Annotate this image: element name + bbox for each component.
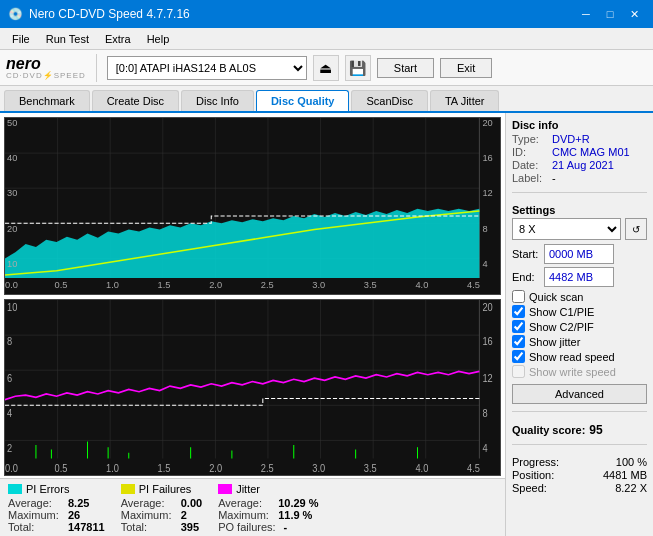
menu-file[interactable]: File (4, 31, 38, 47)
svg-text:16: 16 (482, 335, 492, 347)
divider3 (512, 444, 647, 445)
svg-text:2.5: 2.5 (261, 462, 274, 474)
quick-scan-label[interactable]: Quick scan (529, 291, 583, 303)
pi-errors-group: PI Errors Average: 8.25 Maximum: 26 Tota… (8, 483, 105, 533)
drive-selector[interactable]: [0:0] ATAPI iHAS124 B AL0S (107, 56, 307, 80)
show-c2pif-label[interactable]: Show C2/PIF (529, 321, 594, 333)
svg-text:20: 20 (482, 118, 492, 128)
tab-disc-quality[interactable]: Disc Quality (256, 90, 350, 111)
disc-label-value: - (552, 172, 556, 184)
jitter-avg-value: 10.29 % (278, 497, 318, 509)
show-read-speed-label[interactable]: Show read speed (529, 351, 615, 363)
tab-disc-info[interactable]: Disc Info (181, 90, 254, 111)
app-icon: 💿 (8, 7, 23, 21)
position-value: 4481 MB (603, 469, 647, 481)
svg-text:1.5: 1.5 (158, 280, 171, 290)
pi-failures-max-label: Maximum: (121, 509, 173, 521)
quality-score-row: Quality score: 95 (512, 423, 647, 437)
settings-section: Settings 8 X ↺ Start: End: Quick scan (512, 204, 647, 404)
chart2-svg: 10 8 6 4 2 20 16 12 8 4 0.0 0.5 1.0 (5, 300, 500, 476)
quick-scan-row: Quick scan (512, 290, 647, 303)
svg-text:12: 12 (482, 188, 492, 198)
progress-value: 100 % (616, 456, 647, 468)
jitter-avg-label: Average: (218, 497, 270, 509)
show-jitter-label[interactable]: Show jitter (529, 336, 580, 348)
show-write-speed-label: Show write speed (529, 366, 616, 378)
show-read-speed-checkbox[interactable] (512, 350, 525, 363)
show-write-speed-row: Show write speed (512, 365, 647, 378)
jitter-max-value: 11.9 % (278, 509, 312, 521)
svg-text:3.5: 3.5 (364, 462, 377, 474)
menu-runtest[interactable]: Run Test (38, 31, 97, 47)
type-value: DVD+R (552, 133, 590, 145)
tab-create-disc[interactable]: Create Disc (92, 90, 179, 111)
jitter-po-value: - (284, 521, 288, 533)
menu-bar: File Run Test Extra Help (0, 28, 653, 50)
pi-failures-total-label: Total: (121, 521, 173, 533)
svg-text:2.0: 2.0 (209, 280, 222, 290)
advanced-button[interactable]: Advanced (512, 384, 647, 404)
menu-extra[interactable]: Extra (97, 31, 139, 47)
divider2 (512, 411, 647, 412)
save-button[interactable]: 💾 (345, 55, 371, 81)
pi-errors-max-label: Maximum: (8, 509, 60, 521)
show-jitter-checkbox[interactable] (512, 335, 525, 348)
pi-failures-max-value: 2 (181, 509, 187, 521)
start-field-label: Start: (512, 248, 540, 260)
eject-button[interactable]: ⏏ (313, 55, 339, 81)
tabs-bar: Benchmark Create Disc Disc Info Disc Qua… (0, 86, 653, 113)
svg-text:2.5: 2.5 (261, 280, 274, 290)
jitter-title: Jitter (236, 483, 260, 495)
type-label: Type: (512, 133, 548, 145)
pi-errors-avg-label: Average: (8, 497, 60, 509)
svg-text:3.0: 3.0 (312, 462, 325, 474)
speed-selector[interactable]: 8 X (512, 218, 621, 240)
show-c2pif-checkbox[interactable] (512, 320, 525, 333)
svg-text:4: 4 (482, 259, 487, 269)
svg-text:0.5: 0.5 (55, 280, 68, 290)
pi-failures-title: PI Failures (139, 483, 192, 495)
svg-text:4: 4 (7, 407, 13, 419)
quick-scan-checkbox[interactable] (512, 290, 525, 303)
svg-text:0.5: 0.5 (54, 462, 67, 474)
tab-benchmark[interactable]: Benchmark (4, 90, 90, 111)
tab-ta-jitter[interactable]: TA Jitter (430, 90, 500, 111)
close-button[interactable]: ✕ (623, 4, 645, 24)
date-label: Date: (512, 159, 548, 171)
svg-text:4.0: 4.0 (415, 462, 428, 474)
main-content: 50 40 30 20 10 20 16 12 8 4 0.0 0.5 (0, 113, 653, 536)
title-bar-controls: ─ □ ✕ (575, 4, 645, 24)
start-button[interactable]: Start (377, 58, 434, 78)
date-value: 21 Aug 2021 (552, 159, 614, 171)
svg-text:16: 16 (482, 153, 492, 163)
charts-region: 50 40 30 20 10 20 16 12 8 4 0.0 0.5 (0, 113, 505, 478)
pi-errors-title: PI Errors (26, 483, 69, 495)
start-field[interactable] (544, 244, 614, 264)
show-c1pie-checkbox[interactable] (512, 305, 525, 318)
maximize-button[interactable]: □ (599, 4, 621, 24)
minimize-button[interactable]: ─ (575, 4, 597, 24)
svg-text:4.5: 4.5 (467, 462, 480, 474)
svg-text:1.5: 1.5 (158, 462, 171, 474)
jitter-po-label: PO failures: (218, 521, 275, 533)
title-bar: 💿 Nero CD-DVD Speed 4.7.7.16 ─ □ ✕ (0, 0, 653, 28)
nero-brand-text: nero (6, 56, 86, 72)
svg-text:0.0: 0.0 (5, 462, 18, 474)
end-field[interactable] (544, 267, 614, 287)
svg-text:8: 8 (7, 335, 12, 347)
progress-label: Progress: (512, 456, 559, 468)
show-jitter-row: Show jitter (512, 335, 647, 348)
disc-info-title: Disc info (512, 119, 647, 131)
refresh-button[interactable]: ↺ (625, 218, 647, 240)
show-c1pie-label[interactable]: Show C1/PIE (529, 306, 594, 318)
disc-info-section: Disc info Type: DVD+R ID: CMC MAG M01 Da… (512, 119, 647, 185)
id-label: ID: (512, 146, 548, 158)
right-panel: Disc info Type: DVD+R ID: CMC MAG M01 Da… (505, 113, 653, 536)
cd-speed-text: CD·DVD⚡SPEED (6, 72, 86, 80)
exit-button[interactable]: Exit (440, 58, 492, 78)
menu-help[interactable]: Help (139, 31, 178, 47)
pi-failures-avg-value: 0.00 (181, 497, 202, 509)
jitter-max-label: Maximum: (218, 509, 270, 521)
tab-scandisc[interactable]: ScanDisc (351, 90, 427, 111)
quality-score-value: 95 (589, 423, 602, 437)
